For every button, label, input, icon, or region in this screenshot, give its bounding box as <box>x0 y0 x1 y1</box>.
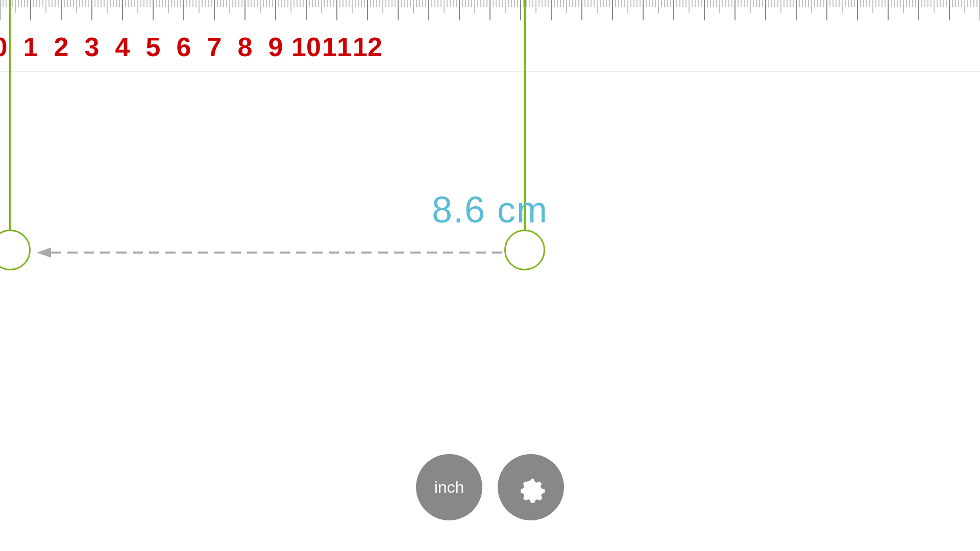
unit-toggle-button[interactable]: inch <box>416 454 482 520</box>
settings-button[interactable] <box>498 454 564 520</box>
gear-icon <box>513 469 549 505</box>
dashed-measurement-line <box>0 240 980 265</box>
left-handle[interactable] <box>0 230 31 270</box>
bottom-controls: inch <box>416 454 564 520</box>
right-handle[interactable] <box>504 230 545 270</box>
ruler <box>0 0 980 71</box>
measurement-display: 8.6 cm <box>0 189 980 231</box>
ruler-canvas <box>0 0 980 71</box>
svg-marker-1 <box>37 247 51 258</box>
